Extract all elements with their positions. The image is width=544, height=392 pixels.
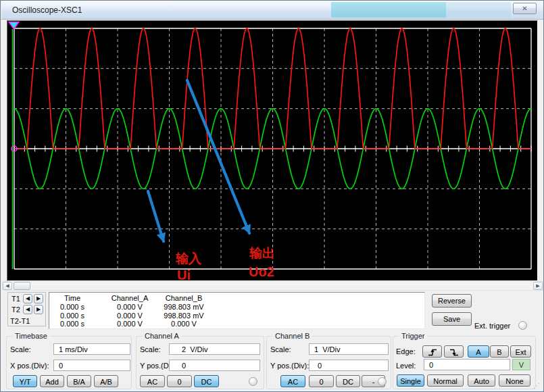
channel-b-zero-button[interactable]: 0: [309, 375, 334, 387]
col-channel-a-header: Channel_A: [103, 294, 157, 302]
trigger-edge-label: Edge:: [396, 347, 416, 356]
t2-left-arrow-button[interactable]: ◀: [23, 305, 32, 314]
channel-a-zero-button[interactable]: 0: [167, 375, 192, 387]
timebase-xpos-input[interactable]: [53, 360, 130, 371]
annotation-output-latin: Uo2: [249, 265, 274, 278]
timebase-xpos-label: X pos.(Div):: [10, 362, 49, 370]
trigger-normal-button[interactable]: Normal: [427, 374, 464, 387]
trigger-none-button[interactable]: None: [499, 374, 530, 387]
cursor-t2-label: T2: [11, 305, 20, 314]
t1-channel-a: 0.000 V: [103, 303, 157, 311]
t2-channel-a: 0.000 V: [103, 312, 157, 320]
channel-a-scale-input[interactable]: [169, 343, 260, 355]
trigger-level-label: Level:: [396, 362, 416, 370]
trigger-legend: Trigger: [399, 332, 427, 340]
horizontal-scrollbar[interactable]: ◀ ▶: [2, 281, 543, 291]
annotation-output-cjk: 输出: [249, 247, 275, 260]
channel-a-dc-button[interactable]: DC: [194, 375, 219, 387]
rising-edge-icon: [427, 347, 438, 357]
resize-grip[interactable]: ⋰: [533, 382, 540, 389]
ext-trigger-label: Ext. trigger: [474, 322, 510, 330]
falling-edge-icon: [449, 347, 460, 357]
channel-b-scale-label: Scale:: [270, 345, 291, 353]
t1-right-arrow-button[interactable]: ▶: [34, 294, 43, 303]
ba-mode-button[interactable]: B/A: [67, 375, 91, 387]
channel-a-scale-label: Scale:: [140, 345, 161, 353]
col-time-header: Time: [45, 294, 99, 302]
timebase-legend: Timebase: [12, 332, 50, 340]
channel-b-ypos-label: Y pos.(Div):: [270, 362, 309, 370]
title-bar[interactable]: Oscilloscope-XSC1 ✕: [1, 1, 544, 20]
scrollbar-thumb[interactable]: [14, 282, 30, 290]
titlebar-glass-artifact-blue: [446, 2, 511, 18]
t1-left-arrow-button[interactable]: ◀: [23, 294, 32, 303]
timebase-scale-label: Scale:: [10, 345, 31, 353]
rising-edge-button[interactable]: [422, 345, 442, 358]
annotation-input-latin: Ui: [177, 268, 191, 281]
t1-channel-b: 998.803 mV: [157, 303, 211, 311]
yt-mode-button[interactable]: Y/T: [13, 375, 37, 387]
scroll-right-icon[interactable]: ▶: [533, 282, 543, 290]
input-annotation-arrow: [148, 191, 164, 241]
falling-edge-button[interactable]: [444, 345, 464, 358]
t1-time: 0.000 s: [45, 303, 99, 311]
channel-b-ac-button[interactable]: AC: [280, 375, 305, 387]
timebase-group: Timebase Scale: X pos.(Div): Y/T Add B/A…: [6, 336, 132, 389]
t2t1-channel-a: 0.000 V: [103, 320, 157, 328]
t2t1-time: 0.000 s: [45, 320, 99, 328]
channel-b-group: Channel B Scale: Y pos.(Div): AC 0 DC -: [266, 336, 391, 389]
scope-display: 输入 Ui 输出 Uo2: [7, 20, 538, 281]
channel-a-legend: Channel A: [142, 332, 182, 340]
cursor-block: T1 ◀ ▶ T2 ◀ ▶ T2-T1: [7, 292, 46, 326]
oscilloscope-window: Oscilloscope-XSC1 ✕ 输入 Ui 输出 Uo2 ◀ ▶ T1 …: [0, 0, 544, 392]
t2-channel-b: 998.803 mV: [157, 312, 211, 320]
titlebar-glass-artifact-teal: [331, 2, 446, 18]
channel-a-ypos-input[interactable]: [169, 360, 260, 371]
cursor-t1-label: T1: [11, 295, 20, 303]
cursor-t2t1-label: T2-T1: [10, 317, 30, 325]
trigger-group: Trigger Edge: A B Ext Level: V Single No…: [393, 336, 536, 389]
col-channel-b-header: Channel_B: [157, 294, 211, 302]
channel-b-ypos-input[interactable]: [309, 360, 389, 371]
trigger-level-unit: V: [512, 359, 530, 370]
ab-mode-button[interactable]: A/B: [94, 375, 118, 387]
trigger-source-b-button[interactable]: B: [490, 345, 509, 358]
trigger-source-ext-button[interactable]: Ext: [510, 345, 531, 358]
readout-panel: Time Channel_A Channel_B 0.000 s 0.000 V…: [49, 292, 425, 329]
window-title: Oscilloscope-XSC1: [12, 5, 82, 15]
t2-time: 0.000 s: [45, 312, 99, 320]
channel-a-indicator: [249, 377, 257, 386]
channel-b-scale-input[interactable]: [309, 343, 389, 355]
timebase-scale-input[interactable]: [53, 343, 130, 355]
channel-a-ac-button[interactable]: AC: [140, 375, 165, 387]
output-annotation-arrow: [187, 80, 249, 233]
trigger-auto-button[interactable]: Auto: [468, 374, 495, 387]
add-mode-button[interactable]: Add: [40, 375, 64, 387]
trigger-source-a-button[interactable]: A: [468, 345, 489, 358]
t2t1-channel-b: 0.000 V: [157, 320, 211, 328]
trigger-single-button[interactable]: Single: [397, 374, 424, 387]
scroll-left-icon[interactable]: ◀: [3, 282, 12, 290]
trigger-level-input[interactable]: [424, 359, 510, 370]
scope-screen-canvas: [7, 21, 537, 280]
channel-b-indicator: [378, 377, 387, 386]
t2-right-arrow-button[interactable]: ▶: [34, 305, 43, 314]
channel-b-legend: Channel B: [272, 332, 312, 340]
reverse-button[interactable]: Reverse: [432, 294, 472, 308]
close-icon[interactable]: ✕: [513, 3, 537, 14]
channel-a-group: Channel A Scale: Y pos.(Div): AC 0 DC: [136, 336, 264, 389]
ext-trigger-led: [518, 321, 527, 330]
save-button[interactable]: Save: [432, 312, 472, 326]
channel-b-dc-button[interactable]: DC: [336, 375, 360, 387]
annotation-input-cjk: 输入: [176, 252, 201, 265]
